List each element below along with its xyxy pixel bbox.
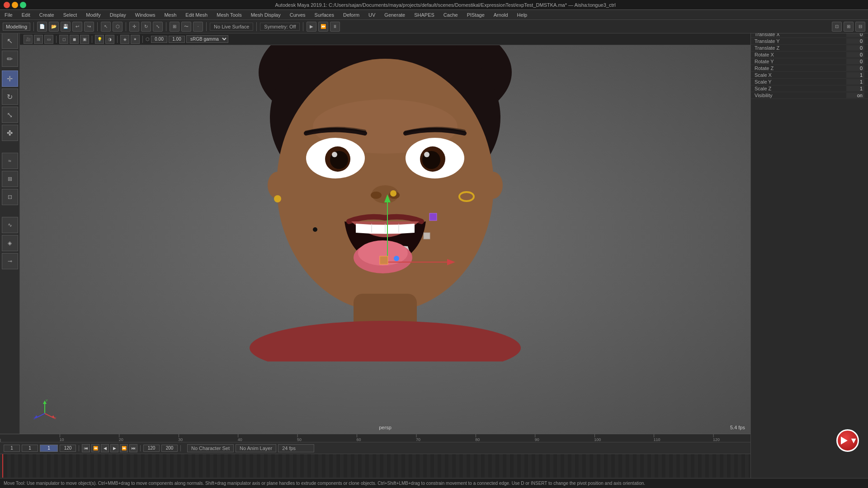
close-button[interactable] [4,2,10,8]
menu-item-pistage[interactable]: PIStage [465,11,486,19]
menu-item-generate[interactable]: Generate [382,11,407,19]
play-back-btn[interactable]: ◀ [101,444,109,452]
gamma-input[interactable] [169,36,185,43]
iso-btn[interactable]: ✦ [131,35,140,44]
playhead[interactable] [2,454,3,478]
pause-btn[interactable]: ⏸ [330,22,340,32]
goto-start-btn[interactable]: ⏮ [82,444,90,452]
topology-btn[interactable]: ⊸ [2,253,18,269]
step-back-btn[interactable]: ⏪ [91,444,99,452]
menu-item-arnold[interactable]: Arnold [492,11,510,19]
menu-item-surfaces[interactable]: Surfaces [313,11,336,19]
camera-btn[interactable]: 🎥 [24,35,33,44]
universal-btn[interactable]: ✤ [2,125,18,141]
rotate-mode-btn[interactable]: ↻ [2,89,18,105]
menu-item-curves[interactable]: Curves [288,11,307,19]
menu-item-create[interactable]: Create [38,11,56,19]
undo-btn[interactable]: ↩ [72,22,82,32]
wireframe-btn[interactable]: ◻ [59,35,68,44]
soft-select-btn[interactable]: ≈ [2,153,18,169]
mode-dropdown[interactable]: Modelling [3,23,30,31]
film-gate-btn[interactable]: ▭ [44,35,53,44]
layout-btn-2[interactable]: ⊞ [844,22,854,32]
menu-item-edit[interactable]: Edit [20,11,32,19]
menu-item-cache[interactable]: Cache [442,11,460,19]
select-tool-btn[interactable]: ↖ [101,22,111,32]
start-frame-input[interactable] [4,445,20,452]
range-end-input[interactable] [143,445,160,452]
menu-item-uv[interactable]: UV [367,11,377,19]
menu-item-mesh-tools[interactable]: Mesh Tools [215,11,243,19]
select-mode-btn[interactable]: ↖ [2,33,18,49]
menu-item-file[interactable]: File [3,11,14,19]
goto-end-btn[interactable]: ⏭ [129,444,137,452]
menu-item-display[interactable]: Display [108,11,128,19]
menu-item-windows[interactable]: Windows [133,11,157,19]
menu-item-deform[interactable]: Deform [341,11,361,19]
fps-display[interactable]: 24 fps [278,444,314,452]
menu-item-mesh[interactable]: Mesh [162,11,178,19]
attribute-value[interactable]: 1 [846,86,864,91]
layout-btn-3[interactable]: ⊟ [855,22,865,32]
grid-btn[interactable]: ⊞ [34,35,43,44]
crease-btn[interactable]: ∿ [2,217,18,233]
attribute-value[interactable]: 1 [846,72,864,78]
open-file-btn[interactable]: 📂 [49,22,59,32]
lasso-tool-btn[interactable]: ⬡ [113,22,123,32]
minimize-button[interactable] [12,2,18,8]
end-frame-input[interactable] [60,445,76,452]
smooth-btn[interactable]: ◼ [70,35,79,44]
timeline-track[interactable] [0,454,750,478]
record-button[interactable] [836,429,859,452]
attribute-value[interactable]: 0 [846,38,864,44]
exposure-input[interactable] [151,36,167,43]
attribute-value[interactable]: 0 [846,59,864,64]
snap-btn[interactable]: ⊞ [2,171,18,187]
maximize-button[interactable] [20,2,26,8]
layout-btn-1[interactable]: ⊡ [832,22,842,32]
attribute-value[interactable]: 1 [846,79,864,84]
window-controls[interactable] [4,2,26,8]
redo-btn[interactable]: ↪ [84,22,94,32]
save-file-btn[interactable]: 💾 [61,22,71,32]
render-seq-btn[interactable]: ⏩ [318,22,328,32]
gamma-select[interactable]: sRGB gamma [186,35,228,43]
attribute-value[interactable]: 0 [846,52,864,57]
attribute-value[interactable]: on [846,93,864,98]
step-fwd-btn[interactable]: ⏩ [120,444,128,452]
anim-layer-display[interactable]: No Anim Layer [236,444,276,452]
xray-btn[interactable]: ◈ [120,35,129,44]
attribute-value[interactable]: 0 [846,45,864,51]
light-btn[interactable]: 💡 [95,35,104,44]
scale-tool-btn[interactable]: ⤡ [153,22,163,32]
menu-item-help[interactable]: Help [515,11,529,19]
snap-curve-btn[interactable]: 〜 [181,22,191,32]
viewport-canvas[interactable]: Y X Z persp 5.4 fps [20,45,750,434]
history-btn[interactable]: ⊡ [2,189,18,205]
shadow-btn[interactable]: ◑ [105,35,114,44]
menu-item-shapes[interactable]: SHAPES [412,11,436,19]
menu-item-edit-mesh[interactable]: Edit Mesh [184,11,209,19]
scale-mode-btn[interactable]: ⤡ [2,107,18,123]
move-mode-btn[interactable]: ✛ [2,70,18,87]
snap-point-btn[interactable]: · [193,22,203,32]
range-end2-input[interactable] [161,445,178,452]
snap-grid-btn[interactable]: ⊞ [170,22,179,32]
frame-box[interactable]: 1 [40,445,58,452]
menu-item-mesh-display[interactable]: Mesh Display [249,11,283,19]
move-tool-btn[interactable]: ✛ [129,22,139,32]
menu-item-modify[interactable]: Modify [84,11,102,19]
play-fwd-btn[interactable]: ▶ [110,444,118,452]
rotate-tool-btn[interactable]: ↻ [141,22,151,32]
menu-item-select[interactable]: Select [61,11,79,19]
no-live-surface-label[interactable]: No Live Surface [210,23,253,31]
sculpt-btn[interactable]: ◈ [2,235,18,251]
attribute-value[interactable]: 0 [846,66,864,71]
current-frame-input[interactable] [22,445,38,452]
main-viewport[interactable]: Y X Z persp 5.4 fps [20,45,750,434]
symmetry-label[interactable]: Symmetry: Off [260,23,300,31]
new-file-btn[interactable]: 📄 [37,22,47,32]
paint-btn[interactable]: ✏ [2,51,18,67]
render-btn[interactable]: ▶ [307,22,316,32]
timeline-ruler[interactable]: 102030405060708090100110120 [0,434,750,442]
